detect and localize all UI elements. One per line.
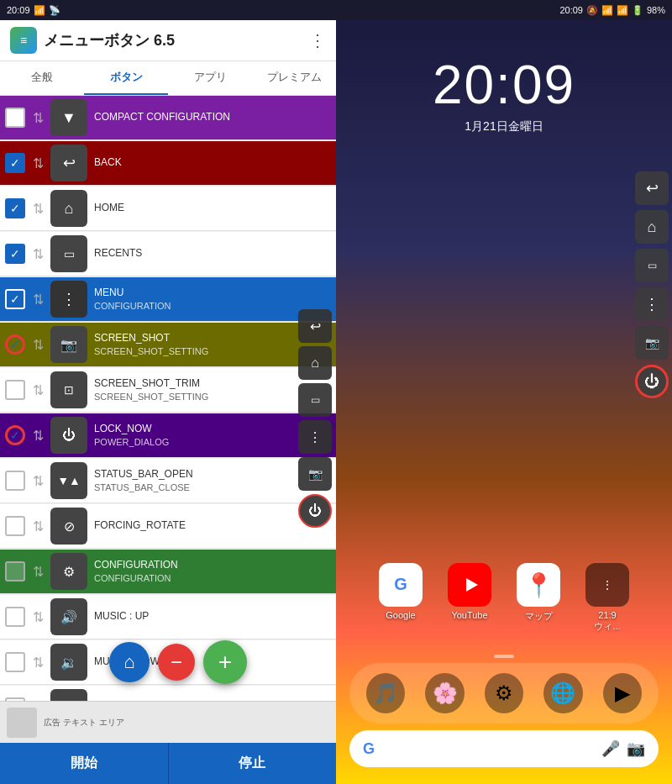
google-label: Google xyxy=(386,610,415,620)
menu-row-config: ⇅ ⚙ CONFIGURATION CONFIGURATION xyxy=(0,550,336,594)
status-time-left: 20:09 xyxy=(7,5,30,15)
menu-row-music-up: ⇅ 🔊 MUSIC : UP xyxy=(0,595,336,639)
fab-plus-button[interactable]: + xyxy=(203,640,247,684)
sort-icon-4[interactable]: ⇅ xyxy=(29,290,47,308)
fab-container: ⌂ − + xyxy=(109,640,247,684)
dock-photos[interactable]: 🌸 xyxy=(425,673,464,713)
checkbox-music-down[interactable] xyxy=(5,652,25,672)
sort-icon-13[interactable]: ⇅ xyxy=(29,698,47,701)
checkbox-lock[interactable]: ✓ xyxy=(5,425,25,445)
status-bar-left: 20:09 📶 📡 xyxy=(7,5,60,16)
svg-text:G: G xyxy=(394,575,407,593)
menu-row-lock: ✓ ⇅ ⏻ LOCK_NOW POWER_DIALOG xyxy=(0,413,336,458)
search-bar[interactable]: G 🎤 📷 xyxy=(349,730,659,767)
checkbox-screenshot-trim[interactable] xyxy=(5,380,25,400)
ad-banner: 広告 テキスト エリア xyxy=(0,701,336,743)
sort-icon-5[interactable]: ⇅ xyxy=(29,335,47,354)
clock-time: 20:09 xyxy=(336,54,672,116)
right-back-btn[interactable]: ↩ xyxy=(635,171,669,205)
right-screenshot-btn[interactable]: 📷 xyxy=(635,326,669,360)
overlay-nav-buttons: ↩ ⌂ ▭ ⋮ 📷 ⏻ xyxy=(298,309,332,528)
sort-icon-0[interactable]: ⇅ xyxy=(29,108,47,127)
stop-button[interactable]: 停止 xyxy=(169,743,337,784)
sort-icon-11[interactable]: ⇅ xyxy=(29,608,47,626)
tab-general[interactable]: 全般 xyxy=(0,61,84,95)
overlay-menu-btn[interactable]: ⋮ xyxy=(298,420,332,454)
checkbox-statusbar[interactable] xyxy=(5,471,25,491)
tab-premium[interactable]: プレミアム xyxy=(252,61,336,95)
youtube-label: YouTube xyxy=(451,610,487,620)
checkbox-rotate[interactable] xyxy=(5,516,25,536)
status-bar-right: 20:09 🔕 📶 📶 🔋 98% xyxy=(559,5,665,16)
checkbox-back[interactable]: ✓ xyxy=(5,153,25,173)
maps-app-icon: 📍 xyxy=(517,563,560,607)
btn-icon-menu: ⋮ xyxy=(50,281,87,318)
btn-icon-config: ⚙ xyxy=(50,553,87,590)
right-power-btn[interactable]: ⏻ xyxy=(635,365,669,398)
sort-icon-6[interactable]: ⇅ xyxy=(29,381,47,399)
sort-icon-7[interactable]: ⇅ xyxy=(29,426,47,445)
tab-button[interactable]: ボタン xyxy=(84,61,168,95)
overlay-home-btn[interactable]: ⌂ xyxy=(298,346,332,380)
label-statusbar: STATUS_BAR_OPEN STATUS_BAR_CLOSE xyxy=(94,468,331,493)
dock-play[interactable]: ▶ xyxy=(603,673,642,713)
menu-row-music-mute: ⇅ 🔇 MUSIC : MUTE xyxy=(0,686,336,701)
checkbox-config[interactable] xyxy=(5,561,25,581)
app-item-4[interactable]: ⋮ 21:9ウィ... xyxy=(585,563,629,633)
app-header: ≡ メニューボタン 6.5 ⋮ xyxy=(0,20,336,61)
label-back: BACK xyxy=(94,156,331,170)
overlay-back-btn[interactable]: ↩ xyxy=(298,309,332,343)
sort-icon-8[interactable]: ⇅ xyxy=(29,471,47,490)
wifi-icon-left: 📶 xyxy=(34,5,45,16)
more-options-icon[interactable]: ⋮ xyxy=(309,30,326,50)
app-item-maps[interactable]: 📍 マップ xyxy=(517,563,560,633)
btn-icon-compact: ▼ xyxy=(50,99,87,136)
checkbox-music-up[interactable] xyxy=(5,607,25,627)
overlay-screenshot-btn[interactable]: 📷 xyxy=(298,457,332,491)
label-screenshot: SCREEN_SHOT SCREEN_SHOT_SETTING xyxy=(94,332,331,357)
label-home: HOME xyxy=(94,202,331,215)
dock-music[interactable]: 🎵 xyxy=(366,673,405,713)
menu-row-compact-config: ⇅ ▼ COMPACT CONFIGURATION xyxy=(0,96,336,140)
sort-icon-9[interactable]: ⇅ xyxy=(29,517,47,535)
sort-icon-3[interactable]: ⇅ xyxy=(29,245,47,263)
checkbox-music-mute[interactable] xyxy=(5,697,25,701)
sort-icon-1[interactable]: ⇅ xyxy=(29,154,47,172)
menu-row-recents: ✓ ⇅ ▭ RECENTS xyxy=(0,232,336,276)
app-item-youtube[interactable]: YouTube xyxy=(448,563,491,633)
dock-chrome[interactable]: 🌐 xyxy=(543,673,582,713)
btn-icon-screenshot: 📷 xyxy=(50,326,87,363)
checkbox-menu-config[interactable]: ✓ xyxy=(5,289,25,309)
dock-bar: 🎵 🌸 ⚙ 🌐 ▶ xyxy=(349,663,659,723)
overlay-recents-btn[interactable]: ▭ xyxy=(298,383,332,417)
search-google-g: G xyxy=(363,740,375,758)
start-button[interactable]: 開始 xyxy=(0,743,169,784)
dock-settings[interactable]: ⚙ xyxy=(485,673,523,713)
sort-icon-2[interactable]: ⇅ xyxy=(29,199,47,218)
checkbox-screenshot[interactable]: ✓ xyxy=(5,334,25,355)
checkbox-home[interactable]: ✓ xyxy=(5,198,25,218)
app-item-google[interactable]: G Google xyxy=(379,563,423,633)
sort-icon-10[interactable]: ⇅ xyxy=(29,562,47,581)
btn-icon-music-down: 🔉 xyxy=(50,644,87,681)
sort-icon-12[interactable]: ⇅ xyxy=(29,653,47,671)
wifi-icon-right: 📶 xyxy=(601,5,613,16)
battery-icon: 🔋 xyxy=(632,5,643,16)
btn-icon-recents: ▭ xyxy=(50,235,87,272)
checkbox-compact-config[interactable] xyxy=(5,108,25,128)
label-screenshot-trim: SCREEN_SHOT_TRIM SCREEN_SHOT_SETTING xyxy=(94,377,331,403)
fab-minus-button[interactable]: − xyxy=(158,644,195,681)
search-lens-icon[interactable]: 📷 xyxy=(627,739,645,758)
right-home-btn[interactable]: ⌂ xyxy=(635,210,669,244)
tab-apps[interactable]: アプリ xyxy=(168,61,252,95)
btn-icon-music-up: 🔊 xyxy=(50,598,87,635)
checkbox-recents[interactable]: ✓ xyxy=(5,244,25,264)
fab-home-button[interactable]: ⌂ xyxy=(109,642,150,682)
right-menu-btn[interactable]: ⋮ xyxy=(635,287,669,321)
overlay-power-btn[interactable]: ⏻ xyxy=(298,494,332,528)
label-recents: RECENTS xyxy=(94,247,331,260)
btn-icon-home: ⌂ xyxy=(50,190,87,227)
right-recents-btn[interactable]: ▭ xyxy=(635,249,669,282)
search-mic-icon[interactable]: 🎤 xyxy=(601,739,620,758)
menu-row-screenshot-trim: ⇅ ⊡ SCREEN_SHOT_TRIM SCREEN_SHOT_SETTING xyxy=(0,368,336,413)
